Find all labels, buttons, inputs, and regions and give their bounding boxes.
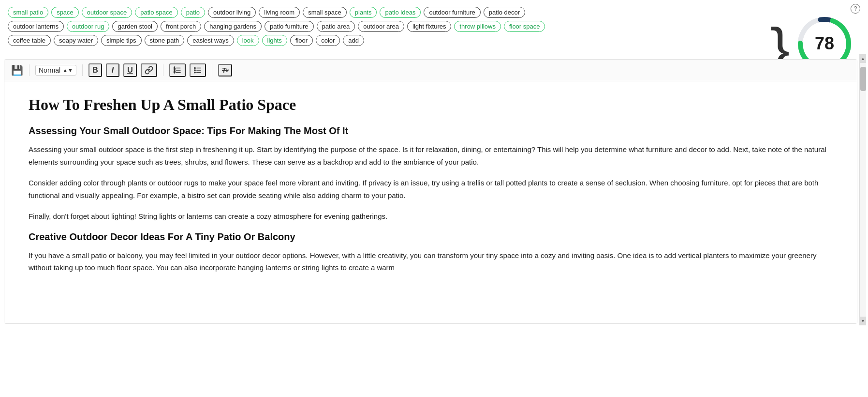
tag-patio-decor[interactable]: patio decor bbox=[484, 7, 525, 18]
tag-color[interactable]: color bbox=[316, 35, 340, 46]
tag-living-room[interactable]: living room bbox=[259, 7, 300, 18]
main-content: 💾 Normal ▲▼ B I U bbox=[0, 54, 868, 325]
tag-patio-ideas[interactable]: patio ideas bbox=[380, 7, 421, 18]
paragraph-1-0: If you have a small patio or balcony, yo… bbox=[29, 249, 833, 274]
editor-content[interactable]: How To Freshen Up A Small Patio SpaceAss… bbox=[4, 81, 857, 323]
toolbar-divider-4 bbox=[212, 64, 212, 76]
tag-coffee-table[interactable]: coffee table bbox=[8, 35, 51, 46]
toolbar-divider-3 bbox=[163, 64, 163, 76]
tag-outdoor-lanterns[interactable]: outdoor lanterns bbox=[8, 21, 64, 32]
bold-button[interactable]: B bbox=[88, 63, 102, 77]
clear-format-button[interactable]: Tx bbox=[218, 64, 233, 76]
editor-wrapper: 💾 Normal ▲▼ B I U bbox=[2, 54, 859, 325]
underline-button[interactable]: U bbox=[123, 63, 137, 77]
tag-small-patio[interactable]: small patio bbox=[8, 7, 48, 18]
svg-text:3: 3 bbox=[174, 71, 175, 74]
tag-add[interactable]: add bbox=[343, 35, 364, 46]
unordered-list-button[interactable] bbox=[190, 63, 206, 77]
italic-button[interactable]: I bbox=[106, 63, 119, 77]
tag-garden-stool[interactable]: garden stool bbox=[112, 21, 158, 32]
tag-outdoor-rug[interactable]: outdoor rug bbox=[67, 21, 110, 32]
toolbar-divider-1 bbox=[29, 64, 29, 76]
tag-plants[interactable]: plants bbox=[350, 7, 377, 18]
svg-point-14 bbox=[194, 72, 195, 73]
help-icon[interactable]: ? bbox=[851, 4, 860, 14]
tag-throw-pillows[interactable]: throw pillows bbox=[454, 21, 500, 32]
scrollbar-down-arrow[interactable]: ▼ bbox=[860, 317, 866, 325]
tag-easiest-ways[interactable]: easiest ways bbox=[187, 35, 234, 46]
paragraph-0-0: Assessing your small outdoor space is th… bbox=[29, 143, 833, 168]
tags-row-1: small patiospaceoutdoor spacepatio space… bbox=[8, 7, 606, 18]
scrollbar-track bbox=[860, 63, 866, 317]
tag-outdoor-space[interactable]: outdoor space bbox=[82, 7, 132, 18]
main-scrollbar[interactable]: ▲ ▼ bbox=[859, 54, 866, 325]
tags-section: small patiospaceoutdoor spacepatio space… bbox=[0, 0, 614, 54]
tag-patio-furniture[interactable]: patio furniture bbox=[265, 21, 314, 32]
tags-row-2: outdoor lanternsoutdoor ruggarden stoolf… bbox=[8, 21, 606, 32]
score-number: 78 bbox=[815, 33, 834, 54]
editor-toolbar: 💾 Normal ▲▼ B I U bbox=[4, 60, 857, 81]
tag-small-space[interactable]: small space bbox=[303, 7, 347, 18]
tags-row-3: coffee tablesoapy watersimple tipsstone … bbox=[8, 35, 606, 46]
tag-light-fixtures[interactable]: light fixtures bbox=[407, 21, 451, 32]
ordered-list-button[interactable]: 1 2 3 bbox=[169, 63, 186, 77]
tag-stone-path[interactable]: stone path bbox=[145, 35, 185, 46]
svg-point-12 bbox=[194, 67, 195, 68]
link-button[interactable] bbox=[141, 63, 157, 77]
tag-floor[interactable]: floor bbox=[290, 35, 313, 46]
tag-space[interactable]: space bbox=[51, 7, 79, 18]
scrollbar-thumb bbox=[860, 67, 866, 91]
tag-patio[interactable]: patio bbox=[181, 7, 205, 18]
paragraph-0-1: Consider adding color through plants or … bbox=[29, 177, 833, 201]
article-title: How To Freshen Up A Small Patio Space bbox=[29, 96, 833, 114]
tag-patio-area[interactable]: patio area bbox=[317, 21, 355, 32]
scrollbar-up-arrow[interactable]: ▲ bbox=[860, 54, 866, 63]
tag-hanging-gardens[interactable]: hanging gardens bbox=[204, 21, 262, 32]
editor-section: 💾 Normal ▲▼ B I U bbox=[4, 59, 857, 324]
paragraph-0-2: Finally, don't forget about lighting! St… bbox=[29, 210, 833, 223]
tag-lights[interactable]: lights bbox=[262, 35, 287, 46]
section-heading-1: Creative Outdoor Decor Ideas For A Tiny … bbox=[29, 231, 833, 243]
tag-soapy-water[interactable]: soapy water bbox=[54, 35, 98, 46]
tag-outdoor-furniture[interactable]: outdoor furniture bbox=[424, 7, 480, 18]
tag-patio-space[interactable]: patio space bbox=[135, 7, 178, 18]
format-select[interactable]: Normal ▲▼ bbox=[35, 65, 76, 76]
toolbar-divider-2 bbox=[82, 64, 83, 76]
chevron-down-icon: ▲▼ bbox=[62, 67, 73, 73]
tag-floor-space[interactable]: floor space bbox=[504, 21, 545, 32]
tag-outdoor-area[interactable]: outdoor area bbox=[358, 21, 404, 32]
svg-point-13 bbox=[194, 70, 195, 71]
tag-outdoor-living[interactable]: outdoor living bbox=[208, 7, 256, 18]
page-wrapper: ? small patiospaceoutdoor spacepatio spa… bbox=[0, 0, 868, 397]
tag-simple-tips[interactable]: simple tips bbox=[101, 35, 141, 46]
save-button[interactable]: 💾 bbox=[11, 64, 23, 76]
tag-front-porch[interactable]: front porch bbox=[161, 21, 201, 32]
tag-look[interactable]: look bbox=[237, 35, 259, 46]
section-heading-0: Assessing Your Small Outdoor Space: Tips… bbox=[29, 125, 833, 137]
